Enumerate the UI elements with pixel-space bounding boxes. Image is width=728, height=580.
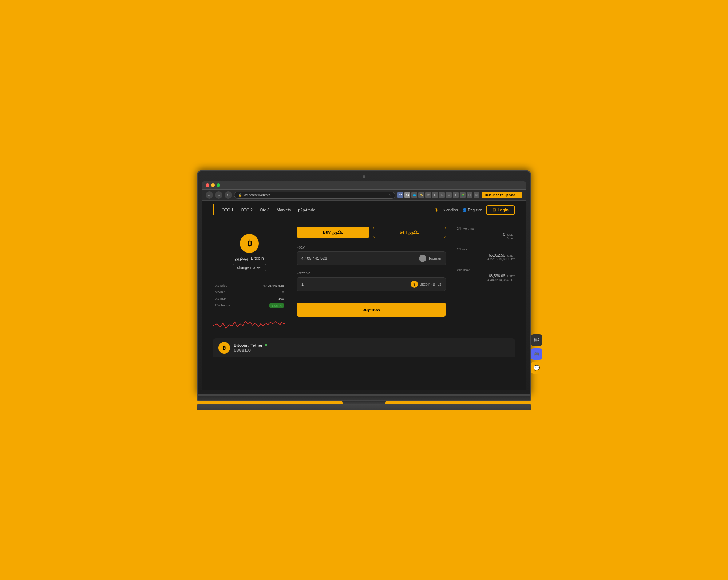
relaunch-label: Relaunch to update xyxy=(484,193,515,197)
btc-currency-badge: ₿ Bitcoin (BTC) xyxy=(411,281,441,288)
i-receive-input[interactable]: 1 ₿ Bitcoin (BTC) xyxy=(297,277,446,291)
reload-button[interactable]: ↻ xyxy=(225,191,232,199)
minimize-button[interactable] xyxy=(211,183,215,187)
relaunch-button[interactable]: Relaunch to update ⋮ xyxy=(482,192,522,198)
mini-chart xyxy=(213,313,286,331)
register-label: Register xyxy=(468,208,482,212)
bookmark-icon[interactable]: ☆ xyxy=(388,193,391,197)
sell-tab[interactable]: Sell بیتکوین xyxy=(373,227,446,238)
theme-toggle-icon[interactable]: ☀ xyxy=(434,207,439,213)
traffic-lights xyxy=(206,183,220,187)
chat-float-btn[interactable]: 💬 xyxy=(531,362,542,374)
address-bar[interactable]: 🔒 ce.datest.ir/en/btc ☆ xyxy=(234,192,395,199)
extension-icons: 17 36 🌐 ✏️ 🛡 ▶ New <> ⬆ 🧩 ◫ xyxy=(397,192,479,198)
change-badge: 1.95 % xyxy=(269,303,284,308)
bitcoin-icon: ₿ xyxy=(240,234,259,253)
laptop-bottom xyxy=(197,396,531,401)
btc-icon: ₿ xyxy=(411,281,418,288)
ext-icon-code[interactable]: <> xyxy=(446,192,452,198)
user-icon: 👤 xyxy=(462,208,467,212)
buy-sell-tabs: Buy بیتکوین Sell بیتکوین xyxy=(297,227,446,238)
nav-otc3[interactable]: Otc 3 xyxy=(260,207,269,213)
volume-usdt: 0 USDT xyxy=(457,233,515,237)
ext-icon-shield[interactable]: 🛡 xyxy=(425,192,431,198)
ext-icon-share[interactable]: ⬆ xyxy=(453,192,459,198)
login-icon: ⊡ xyxy=(492,208,496,212)
volume-label: 24h-volume xyxy=(457,227,515,230)
nav-right: ☀ ▾ english 👤 Register ⊡ Log xyxy=(434,205,515,215)
otc-price-value: 4,405,441,526 xyxy=(263,284,284,287)
ext-badge-1[interactable]: 17 xyxy=(397,192,403,198)
price-chart-svg xyxy=(213,313,286,331)
laptop-desk xyxy=(197,404,531,410)
language-button[interactable]: ▾ english xyxy=(443,208,458,212)
max-usdt: 68,566.66 USDT xyxy=(457,274,515,278)
maximize-button[interactable] xyxy=(217,183,220,187)
ext-icon-puzzle[interactable]: 🧩 xyxy=(460,192,466,198)
ext-icon-play[interactable]: ▶ xyxy=(432,192,438,198)
ext-icon-sidebar[interactable]: ◫ xyxy=(467,192,472,198)
min-section: 24h-min 65,952.56 USDT 4,271,219,690 IRT xyxy=(457,247,515,261)
min-values: 65,952.56 USDT 4,271,219,690 IRT xyxy=(457,253,515,261)
laptop-camera xyxy=(363,175,365,178)
laptop-hinge xyxy=(342,401,386,404)
logo-accent xyxy=(213,204,214,215)
i-pay-label: i-pay xyxy=(297,245,446,249)
translate-float-btn[interactable]: 翻A xyxy=(531,334,542,346)
i-pay-section: i-pay 4,405,441,526 T Tooman xyxy=(297,245,446,265)
yellow-accent-right xyxy=(539,261,542,326)
browser-toolbar: ← → ↻ 🔒 ce.datest.ir/en/btc ☆ 17 xyxy=(202,190,526,201)
buy-tab[interactable]: Buy بیتکوین xyxy=(297,227,369,238)
ext-icon-new[interactable]: New xyxy=(439,192,445,198)
left-panel: ₿ بیتکوین Bitcoin change-market xyxy=(213,227,286,331)
register-button[interactable]: 👤 Register xyxy=(462,208,482,212)
nav-links: OTC 1 OTC 2 Otc 3 Markets p2p-trade xyxy=(222,207,434,213)
change-label: 24-change xyxy=(215,303,230,308)
nav-bar: OTC 1 OTC 2 Otc 3 Markets p2p-trade ☀ ▾ … xyxy=(202,201,526,219)
login-button[interactable]: ⊡ Login xyxy=(486,205,515,215)
i-receive-label: i-receive xyxy=(297,271,446,275)
i-pay-value: 4,405,441,526 xyxy=(301,256,327,261)
min-label: 24h-min xyxy=(457,247,515,251)
ticker-pair: Bitcoin / Tether xyxy=(234,343,510,347)
login-label: Login xyxy=(498,208,509,212)
change-market-button[interactable]: change-market xyxy=(233,264,266,271)
back-button[interactable]: ← xyxy=(206,191,213,199)
coin-info: ₿ بیتکوین Bitcoin change-market xyxy=(213,227,286,275)
coin-name: بیتکوین Bitcoin xyxy=(235,256,264,261)
forward-button[interactable]: → xyxy=(215,191,222,199)
main-content: ₿ بیتکوین Bitcoin change-market xyxy=(202,219,526,338)
i-receive-section: i-receive 1 ₿ Bitcoin (BTC) xyxy=(297,271,446,291)
ticker-bar: ₿ Bitcoin / Tether 68881.0 xyxy=(213,338,515,357)
otc-max-label: otc-max xyxy=(215,297,226,301)
close-button[interactable] xyxy=(206,183,209,187)
min-usdt: 65,952.56 USDT xyxy=(457,253,515,257)
ext-icon-globe[interactable]: 🌐 xyxy=(411,192,417,198)
i-receive-value: 1 xyxy=(301,282,304,286)
btc-label: Bitcoin (BTC) xyxy=(420,282,441,286)
app-content: OTC 1 OTC 2 Otc 3 Markets p2p-trade ☀ ▾ … xyxy=(202,201,526,390)
discord-float-btn[interactable]: 🎮 xyxy=(531,348,542,360)
nav-otc2[interactable]: OTC 2 xyxy=(241,207,252,213)
nav-otc1[interactable]: OTC 1 xyxy=(222,207,233,213)
ext-badge-2[interactable]: 36 xyxy=(404,192,410,198)
i-pay-input[interactable]: 4,405,441,526 T Tooman xyxy=(297,251,446,265)
url-text: ce.datest.ir/en/btc xyxy=(244,193,270,197)
browser-window: ← → ↻ 🔒 ce.datest.ir/en/btc ☆ 17 xyxy=(202,181,526,390)
max-irt: 4,440,514,034 IRT xyxy=(457,278,515,282)
buy-now-button[interactable]: buy-now xyxy=(297,303,446,317)
ext-icon-screen[interactable]: ⊞ xyxy=(474,192,479,198)
lock-icon: 🔒 xyxy=(238,193,242,197)
otc-max-value: 100 xyxy=(278,297,284,301)
volume-section: 24h-volume 0 USDT 0 IRT xyxy=(457,227,515,240)
yellow-accent-left xyxy=(186,261,189,326)
language-label: english xyxy=(446,208,458,212)
ext-icon-pencil[interactable]: ✏️ xyxy=(418,192,424,198)
ticker-btc-icon: ₿ xyxy=(218,342,230,354)
nav-markets[interactable]: Markets xyxy=(277,207,291,213)
nav-p2p[interactable]: p2p-trade xyxy=(298,207,315,213)
stats-table: otc-price 4,405,441,526 otc-min 0 otc-ma… xyxy=(213,282,286,309)
max-section: 24h-max 68,566.66 USDT 4,440,514,034 IRT xyxy=(457,268,515,282)
otc-min-label: otc-min xyxy=(215,290,226,294)
menu-dots-icon: ⋮ xyxy=(516,193,519,197)
